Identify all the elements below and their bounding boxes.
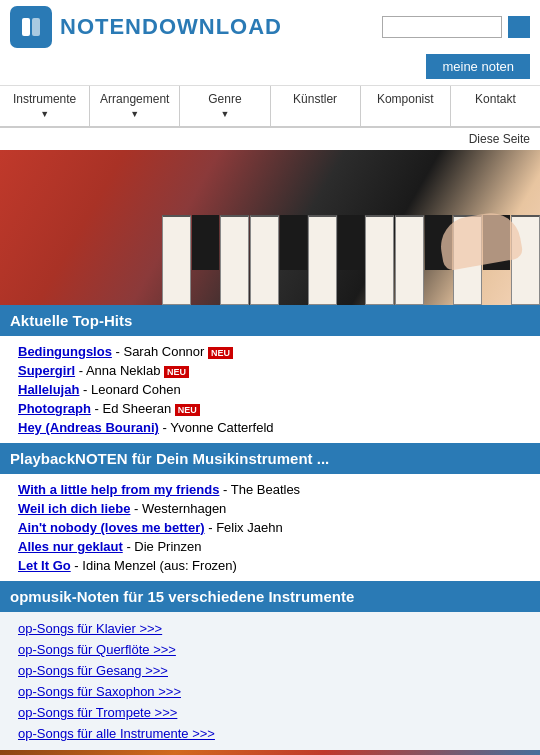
instrumente-section: opmusik-Noten für 15 verschiedene Instru… <box>0 581 540 750</box>
nav-item-kontakt[interactable]: Kontakt <box>451 86 540 126</box>
neu-badge-1: NEU <box>208 347 233 359</box>
artist-text: - Idina Menzel (aus: Frozen) <box>74 558 237 573</box>
artist-text: - Sarah Connor <box>116 344 209 359</box>
artist-text: - The Beatles <box>223 482 300 497</box>
nav-label: Instrumente <box>13 92 76 106</box>
playback-link-3[interactable]: Ain't nobody (loves me better) <box>18 520 205 535</box>
artist-text: - Felix Jaehn <box>208 520 282 535</box>
top-hits-section: Aktuelle Top-Hits Bedingungslos - Sarah … <box>0 305 540 443</box>
nav-item-arrangement[interactable]: Arrangement ▼ <box>90 86 180 126</box>
logo-icon[interactable] <box>10 6 52 48</box>
playback-header: PlaybackNOTEN für Dein Musikinstrument .… <box>0 443 540 474</box>
nav-label: Komponist <box>377 92 434 106</box>
list-item: op-Songs für Trompete >>> <box>18 702 522 723</box>
svg-rect-1 <box>32 18 40 36</box>
meine-noten-button[interactable]: meine noten <box>426 54 530 79</box>
nav-dropdown-icon: ▼ <box>220 109 229 119</box>
nav-label: Genre <box>208 92 241 106</box>
instrumente-list: op-Songs für Klavier >>> op-Songs für Qu… <box>0 612 540 750</box>
instr-link-6[interactable]: op-Songs für alle Instrumente >>> <box>18 726 215 741</box>
blue-square-icon <box>508 16 530 38</box>
artist-text: - Westernhagen <box>134 501 226 516</box>
top-hit-link-1[interactable]: Bedingungslos <box>18 344 112 359</box>
list-item: op-Songs für alle Instrumente >>> <box>18 723 522 744</box>
list-item: Let It Go - Idina Menzel (aus: Frozen) <box>18 556 522 575</box>
bottom-image <box>0 750 540 755</box>
playback-link-2[interactable]: Weil ich dich liebe <box>18 501 130 516</box>
playback-link-1[interactable]: With a little help from my friends <box>18 482 219 497</box>
artist-text: - Leonard Cohen <box>83 382 181 397</box>
nav-dropdown-icon: ▼ <box>130 109 139 119</box>
search-input[interactable] <box>382 16 502 38</box>
nav-bar: Instrumente ▼ Arrangement ▼ Genre ▼ Küns… <box>0 86 540 128</box>
diese-seite-text: Diese Seite <box>469 132 530 146</box>
list-item: Alles nur geklaut - Die Prinzen <box>18 537 522 556</box>
artist-text: - Yvonne Catterfeld <box>163 420 274 435</box>
instr-link-1[interactable]: op-Songs für Klavier >>> <box>18 621 162 636</box>
list-item: Hey (Andreas Bourani) - Yvonne Catterfel… <box>18 418 522 437</box>
piano-image <box>0 150 540 305</box>
playback-link-4[interactable]: Alles nur geklaut <box>18 539 123 554</box>
list-item: op-Songs für Querflöte >>> <box>18 639 522 660</box>
list-item: op-Songs für Klavier >>> <box>18 618 522 639</box>
instr-link-3[interactable]: op-Songs für Gesang >>> <box>18 663 168 678</box>
artist-text: - Ed Sheeran <box>95 401 175 416</box>
playback-list: With a little help from my friends - The… <box>0 474 540 581</box>
instr-link-2[interactable]: op-Songs für Querflöte >>> <box>18 642 176 657</box>
nav-item-komponist[interactable]: Komponist <box>361 86 451 126</box>
instrumente-header: opmusik-Noten für 15 verschiedene Instru… <box>0 581 540 612</box>
top-hit-link-2[interactable]: Supergirl <box>18 363 75 378</box>
list-item: Weil ich dich liebe - Westernhagen <box>18 499 522 518</box>
nav-label: Kontakt <box>475 92 516 106</box>
instr-link-4[interactable]: op-Songs für Saxophon >>> <box>18 684 181 699</box>
playback-link-5[interactable]: Let It Go <box>18 558 71 573</box>
list-item: Supergirl - Anna Neklab NEU <box>18 361 522 380</box>
nav-item-instrumente[interactable]: Instrumente ▼ <box>0 86 90 126</box>
nav-item-genre[interactable]: Genre ▼ <box>180 86 270 126</box>
playback-section: PlaybackNOTEN für Dein Musikinstrument .… <box>0 443 540 581</box>
header: NOTENDOWNLOAD meine noten <box>0 0 540 86</box>
top-hit-link-5[interactable]: Hey (Andreas Bourani) <box>18 420 159 435</box>
list-item: op-Songs für Saxophon >>> <box>18 681 522 702</box>
list-item: Hallelujah - Leonard Cohen <box>18 380 522 399</box>
list-item: Ain't nobody (loves me better) - Felix J… <box>18 518 522 537</box>
top-hits-header: Aktuelle Top-Hits <box>0 305 540 336</box>
top-hit-link-3[interactable]: Hallelujah <box>18 382 79 397</box>
nav-label: Arrangement <box>100 92 169 106</box>
list-item: Bedingungslos - Sarah Connor NEU <box>18 342 522 361</box>
neu-badge-2: NEU <box>164 366 189 378</box>
nav-label: Künstler <box>293 92 337 106</box>
neu-badge-4: NEU <box>175 404 200 416</box>
nav-item-kunstler[interactable]: Künstler <box>271 86 361 126</box>
svg-rect-0 <box>22 18 30 36</box>
diese-seite-bar: Diese Seite <box>0 128 540 150</box>
nav-dropdown-icon: ▼ <box>40 109 49 119</box>
list-item: With a little help from my friends - The… <box>18 480 522 499</box>
artist-text: - Anna Neklab <box>79 363 164 378</box>
list-item: op-Songs für Gesang >>> <box>18 660 522 681</box>
top-hits-list: Bedingungslos - Sarah Connor NEU Supergi… <box>0 336 540 443</box>
list-item: Photograph - Ed Sheeran NEU <box>18 399 522 418</box>
artist-text: - Die Prinzen <box>126 539 201 554</box>
top-hit-link-4[interactable]: Photograph <box>18 401 91 416</box>
logo-text: NOTENDOWNLOAD <box>60 14 282 40</box>
instr-link-5[interactable]: op-Songs für Trompete >>> <box>18 705 177 720</box>
